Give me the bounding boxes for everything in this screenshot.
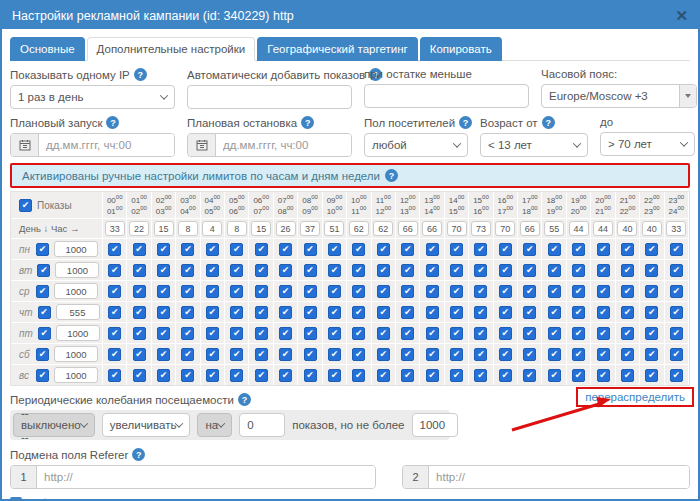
hour-checkbox[interactable]: ✔ (621, 327, 634, 340)
hour-checkbox[interactable]: ✔ (621, 285, 634, 298)
hour-checkbox[interactable]: ✔ (572, 306, 585, 319)
hour-limit-input[interactable] (544, 221, 564, 236)
help-icon[interactable]: ? (238, 393, 251, 406)
hour-checkbox[interactable]: ✔ (450, 369, 463, 382)
hour-checkbox[interactable]: ✔ (230, 348, 243, 361)
hour-checkbox[interactable]: ✔ (450, 243, 463, 256)
hour-checkbox[interactable]: ✔ (450, 327, 463, 340)
day-checkbox[interactable]: ✔ (37, 264, 50, 277)
hour-checkbox[interactable]: ✔ (523, 264, 536, 277)
hour-checkbox[interactable]: ✔ (108, 348, 121, 361)
hour-checkbox[interactable]: ✔ (523, 327, 536, 340)
periodic-action-select[interactable]: увеличивать (102, 413, 191, 437)
hour-checkbox[interactable]: ✔ (572, 264, 585, 277)
hour-checkbox[interactable]: ✔ (548, 285, 561, 298)
hour-checkbox[interactable]: ✔ (450, 285, 463, 298)
hour-checkbox[interactable]: ✔ (499, 264, 512, 277)
hour-checkbox[interactable]: ✔ (255, 348, 268, 361)
hour-checkbox[interactable]: ✔ (108, 243, 121, 256)
hour-checkbox[interactable]: ✔ (474, 306, 487, 319)
hour-checkbox[interactable]: ✔ (548, 369, 561, 382)
hour-checkbox[interactable]: ✔ (670, 243, 683, 256)
hour-checkbox[interactable]: ✔ (377, 243, 390, 256)
timezone-select[interactable]: Europe/Moscow +3 (541, 84, 697, 108)
hour-checkbox[interactable]: ✔ (304, 348, 317, 361)
hour-checkbox[interactable]: ✔ (328, 348, 341, 361)
help-icon[interactable]: ? (385, 169, 398, 182)
hour-checkbox[interactable]: ✔ (474, 327, 487, 340)
hour-checkbox[interactable]: ✔ (206, 348, 219, 361)
close-icon[interactable]: ✕ (675, 8, 688, 23)
hour-limit-input[interactable] (129, 221, 149, 236)
help-icon[interactable]: ? (132, 448, 145, 461)
hour-checkbox[interactable]: ✔ (621, 306, 634, 319)
hour-checkbox[interactable]: ✔ (426, 243, 439, 256)
hour-checkbox[interactable]: ✔ (377, 369, 390, 382)
hour-checkbox[interactable]: ✔ (450, 306, 463, 319)
hour-limit-input[interactable] (178, 221, 198, 236)
tab-geo-targeting[interactable]: Географический таргетинг (257, 37, 417, 61)
hour-checkbox[interactable]: ✔ (401, 327, 414, 340)
hour-checkbox[interactable]: ✔ (450, 264, 463, 277)
hour-limit-input[interactable] (422, 221, 442, 236)
gender-select[interactable]: любой (364, 133, 468, 157)
redistribute-button[interactable]: перераспределить (576, 387, 694, 407)
hour-checkbox[interactable]: ✔ (645, 327, 658, 340)
hour-checkbox[interactable]: ✔ (572, 327, 585, 340)
hour-checkbox[interactable]: ✔ (133, 369, 146, 382)
hour-limit-input[interactable] (251, 221, 271, 236)
planned-start-input[interactable] (39, 134, 174, 156)
hour-checkbox[interactable]: ✔ (621, 264, 634, 277)
hour-limit-input[interactable] (202, 221, 222, 236)
hour-checkbox[interactable]: ✔ (133, 285, 146, 298)
hour-checkbox[interactable]: ✔ (523, 348, 536, 361)
hour-limit-input[interactable] (324, 221, 344, 236)
hour-checkbox[interactable]: ✔ (621, 348, 634, 361)
hour-checkbox[interactable]: ✔ (572, 369, 585, 382)
hour-checkbox[interactable]: ✔ (206, 327, 219, 340)
hour-checkbox[interactable]: ✔ (108, 306, 121, 319)
hour-checkbox[interactable]: ✔ (108, 285, 121, 298)
hour-checkbox[interactable]: ✔ (670, 348, 683, 361)
hour-checkbox[interactable]: ✔ (255, 285, 268, 298)
hour-checkbox[interactable]: ✔ (548, 243, 561, 256)
hour-limit-input[interactable] (398, 221, 418, 236)
hour-checkbox[interactable]: ✔ (181, 285, 194, 298)
hour-checkbox[interactable]: ✔ (133, 327, 146, 340)
hour-checkbox[interactable]: ✔ (181, 327, 194, 340)
hour-checkbox[interactable]: ✔ (279, 327, 292, 340)
hour-checkbox[interactable]: ✔ (377, 306, 390, 319)
hour-checkbox[interactable]: ✔ (670, 369, 683, 382)
age-from-select[interactable]: < 13 лет (480, 133, 588, 157)
hour-checkbox[interactable]: ✔ (597, 306, 610, 319)
hour-checkbox[interactable]: ✔ (670, 264, 683, 277)
hour-checkbox[interactable]: ✔ (377, 327, 390, 340)
hour-checkbox[interactable]: ✔ (328, 243, 341, 256)
hour-limit-input[interactable] (105, 221, 125, 236)
hour-checkbox[interactable]: ✔ (279, 348, 292, 361)
age-to-select[interactable]: > 70 лет (600, 132, 695, 156)
hour-checkbox[interactable]: ✔ (426, 264, 439, 277)
hour-checkbox[interactable]: ✔ (377, 285, 390, 298)
hour-checkbox[interactable]: ✔ (597, 369, 610, 382)
hour-checkbox[interactable]: ✔ (645, 348, 658, 361)
help-icon[interactable]: ? (301, 116, 314, 129)
hour-checkbox[interactable]: ✔ (157, 327, 170, 340)
hour-checkbox[interactable]: ✔ (206, 369, 219, 382)
hour-limit-input[interactable] (617, 221, 637, 236)
hour-limit-input[interactable] (666, 221, 686, 236)
hour-checkbox[interactable]: ✔ (181, 243, 194, 256)
hour-checkbox[interactable]: ✔ (206, 264, 219, 277)
hour-checkbox[interactable]: ✔ (108, 327, 121, 340)
hour-checkbox[interactable]: ✔ (523, 243, 536, 256)
hour-checkbox[interactable]: ✔ (157, 306, 170, 319)
hour-checkbox[interactable]: ✔ (328, 327, 341, 340)
day-checkbox[interactable]: ✔ (36, 369, 49, 382)
hour-limit-input[interactable] (154, 221, 174, 236)
hour-checkbox[interactable]: ✔ (108, 264, 121, 277)
hour-checkbox[interactable]: ✔ (304, 327, 317, 340)
hour-checkbox[interactable]: ✔ (304, 369, 317, 382)
day-limit-input[interactable] (54, 283, 98, 299)
hour-checkbox[interactable]: ✔ (597, 264, 610, 277)
hour-checkbox[interactable]: ✔ (157, 243, 170, 256)
